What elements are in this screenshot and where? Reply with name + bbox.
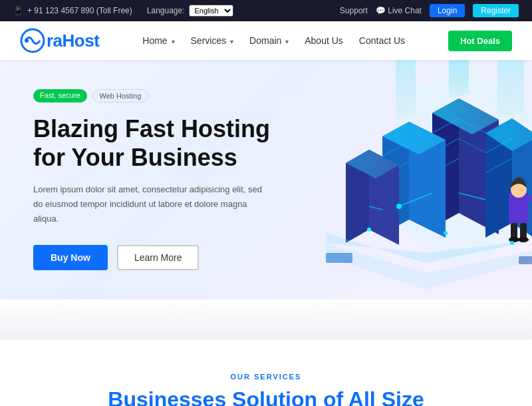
services-dropdown-arrow: ▾	[230, 38, 233, 45]
logo-text: raHost	[47, 31, 99, 51]
login-button[interactable]: Login	[430, 4, 465, 17]
hero-description: Lorem ipsum dolor sit amet, consectetur …	[33, 182, 273, 226]
nav-links: Home ▾ Services ▾ Domain ▾ About Us Cont…	[142, 35, 405, 46]
hero-content: Fast, secure Web Hosting Blazing Fast Ho…	[33, 89, 313, 271]
badge-hosting: Web Hosting	[92, 89, 149, 102]
logo: raHost	[20, 28, 99, 53]
language-label: Language:	[147, 6, 185, 15]
livechat-link[interactable]: 💬 Live Chat	[376, 6, 422, 15]
buy-now-button[interactable]: Buy Now	[33, 245, 108, 270]
svg-marker-19	[396, 60, 416, 121]
services-label: OUR SERVICES	[27, 373, 505, 381]
svg-rect-36	[326, 253, 352, 263]
nav-domain[interactable]: Domain ▾	[249, 35, 289, 46]
svg-marker-12	[449, 60, 469, 99]
topbar-left: 📱 + 91 123 4567 890 (Toll Free) Language…	[13, 5, 233, 17]
svg-point-47	[510, 241, 514, 245]
svg-point-44	[518, 237, 529, 242]
services-section: OUR SERVICES Businesses Solution of All …	[0, 339, 532, 406]
hero-title: Blazing Fast Hosting for Your Business	[33, 114, 313, 172]
services-title-plain: Businesses	[108, 387, 226, 406]
hero-bottom-fade	[0, 300, 532, 339]
svg-point-43	[509, 237, 519, 242]
hero-title-line2: for Your Business	[33, 144, 237, 171]
logo-icon	[20, 28, 45, 53]
nav-contact[interactable]: Contact Us	[359, 35, 405, 46]
chat-icon: 💬	[376, 6, 386, 15]
support-link[interactable]: Support	[340, 6, 368, 15]
topbar: 📱 + 91 123 4567 890 (Toll Free) Language…	[0, 0, 532, 21]
register-button[interactable]: Register	[473, 4, 519, 17]
hero-section: Fast, secure Web Hosting Blazing Fast Ho…	[0, 60, 532, 300]
nav-home[interactable]: Home ▾	[142, 35, 174, 46]
navbar: raHost Home ▾ Services ▾ Domain ▾ About …	[0, 21, 532, 60]
svg-point-48	[367, 228, 371, 232]
svg-point-46	[444, 231, 448, 235]
svg-marker-26	[497, 60, 524, 118]
phone-icon: 📱	[13, 6, 23, 15]
language-select[interactable]: English Hindi	[189, 5, 233, 17]
svg-marker-34	[326, 243, 532, 290]
badge-fast: Fast, secure	[33, 89, 87, 102]
topbar-right: Support 💬 Live Chat Login Register	[340, 4, 519, 17]
hot-deals-button[interactable]: Hot Deals	[448, 31, 512, 51]
svg-point-45	[396, 204, 402, 209]
services-title: Businesses Solution of All Size	[27, 387, 505, 406]
learn-more-button[interactable]: Learn More	[117, 245, 200, 270]
home-dropdown-arrow: ▾	[172, 38, 175, 45]
nav-about[interactable]: About Us	[305, 35, 343, 46]
svg-point-1	[25, 39, 29, 43]
svg-rect-37	[519, 256, 532, 264]
hero-title-line1: Blazing Fast Hosting	[33, 115, 270, 142]
hero-badges: Fast, secure Web Hosting	[33, 89, 313, 102]
hero-buttons: Buy Now Learn More	[33, 245, 313, 270]
phone-number: + 91 123 4567 890 (Toll Free)	[27, 6, 132, 15]
services-title-highlight: Solution	[232, 387, 317, 406]
services-title-end: of All Size	[323, 387, 424, 406]
nav-services[interactable]: Services ▾	[191, 35, 234, 46]
domain-dropdown-arrow: ▾	[285, 38, 289, 45]
